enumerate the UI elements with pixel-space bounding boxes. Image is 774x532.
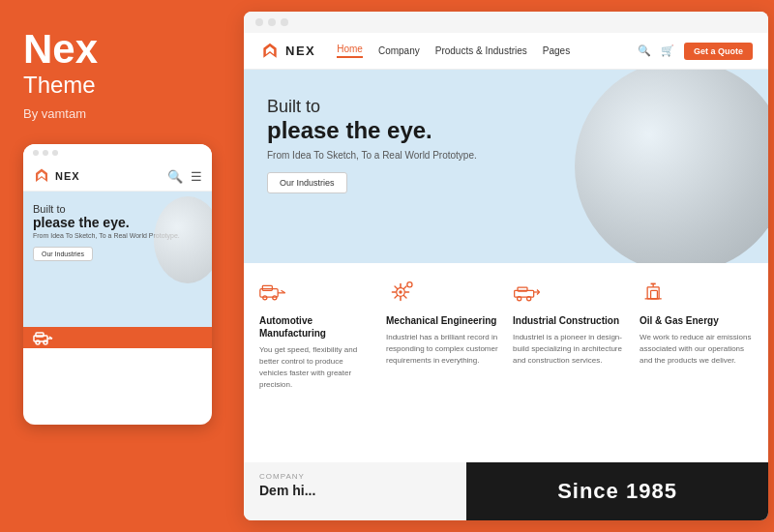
desktop-nav: NEX Home Company Products & Industries P… <box>244 33 768 70</box>
mobile-sphere-decoration <box>154 196 212 283</box>
mobile-top-bar <box>23 144 212 162</box>
svg-rect-11 <box>262 285 272 290</box>
cart-icon[interactable]: 🛒 <box>661 44 674 57</box>
industry-card-construction: Industrial Construction Industriel is a … <box>513 281 626 391</box>
desktop-bottom: COMPANY Dem hi... Since 1985 <box>244 462 768 520</box>
construction-title: Industrial Construction <box>513 314 626 327</box>
hero-sphere-decoration <box>575 70 768 263</box>
theme-title: Nex <box>23 29 209 70</box>
automotive-desc: You get speed, flexibility and better co… <box>259 344 372 391</box>
mobile-nav-icons: 🔍 ☰ <box>167 169 202 184</box>
automotive-title: Automotive Manufacturing <box>259 314 372 340</box>
svg-point-4 <box>36 340 40 344</box>
industries-section: Automotive Manufacturing You get speed, … <box>244 263 768 404</box>
mechanical-title: Mechanical Engineering <box>386 314 499 327</box>
mobile-logo: NEX <box>33 167 80 185</box>
svg-point-5 <box>44 340 47 344</box>
nav-item-pages[interactable]: Pages <box>543 45 570 56</box>
mobile-bottom-icon <box>33 330 54 345</box>
desktop-logo-text: NEX <box>285 44 315 58</box>
mechanical-icon <box>386 281 499 308</box>
mobile-hero: Built to please the eye. From Idea To Sk… <box>23 192 212 327</box>
industry-card-automotive: Automotive Manufacturing You get speed, … <box>259 281 372 391</box>
automotive-icon-mobile <box>33 330 54 345</box>
theme-author: By vamtam <box>23 106 209 121</box>
industry-card-mechanical: Mechanical Engineering Industriel has a … <box>386 281 499 391</box>
mobile-nav: NEX 🔍 ☰ <box>23 162 212 192</box>
oil-title: Oil & Gas Energy <box>640 314 753 327</box>
nav-item-home[interactable]: Home <box>337 44 363 58</box>
mechanical-desc: Industriel has a brilliant record in res… <box>386 332 499 367</box>
nav-item-company[interactable]: Company <box>378 45 420 56</box>
left-panel: Nex Theme By vamtam NEX 🔍 ☰ Built to p <box>0 0 232 532</box>
mobile-menu-icon[interactable]: ☰ <box>191 169 202 184</box>
svg-point-13 <box>273 296 277 300</box>
svg-point-18 <box>407 282 412 287</box>
company-label: COMPANY <box>259 472 451 481</box>
mobile-mockup: NEX 🔍 ☰ Built to please the eye. From Id… <box>23 144 212 425</box>
oil-icon <box>640 281 753 308</box>
get-quote-button[interactable]: Get a Quote <box>684 43 753 60</box>
mobile-bottom-strip <box>23 327 212 348</box>
svg-point-17 <box>399 290 402 293</box>
chrome-dot-2 <box>268 18 276 26</box>
construction-icon <box>513 281 626 308</box>
search-icon[interactable]: 🔍 <box>638 44 651 57</box>
theme-subtitle: Theme <box>23 72 209 99</box>
dot-3 <box>52 150 58 156</box>
mobile-hero-button[interactable]: Our Industries <box>33 247 93 261</box>
company-strip: COMPANY Dem hi... <box>244 462 466 520</box>
desktop-logo-icon <box>259 42 281 61</box>
nav-item-products[interactable]: Products & Industries <box>435 45 527 56</box>
desktop-mockup: NEX Home Company Products & Industries P… <box>244 12 768 520</box>
svg-point-12 <box>263 296 267 300</box>
chrome-dot-3 <box>281 18 288 26</box>
industry-card-oil: Oil & Gas Energy We work to reduce air e… <box>640 281 753 391</box>
dot-2 <box>43 150 48 156</box>
mobile-search-icon[interactable]: 🔍 <box>167 169 183 184</box>
chrome-dot-1 <box>255 18 263 26</box>
company-content: Dem hi... <box>259 483 451 498</box>
since-text: Since 1985 <box>557 479 677 504</box>
desktop-logo: NEX <box>259 42 315 61</box>
construction-desc: Industriel is a pioneer in design-build … <box>513 332 626 367</box>
hero-button[interactable]: Our Industries <box>267 172 347 193</box>
svg-rect-3 <box>36 333 44 337</box>
automotive-icon <box>259 281 372 308</box>
dot-1 <box>33 150 39 156</box>
oil-desc: We work to reduce air emissions associat… <box>640 332 753 367</box>
mobile-logo-text: NEX <box>55 170 80 182</box>
nav-right: 🔍 🛒 Get a Quote <box>638 43 753 60</box>
since-strip: Since 1985 <box>466 462 768 520</box>
desktop-top-bar <box>244 12 768 33</box>
mobile-logo-icon <box>33 167 50 185</box>
svg-rect-32 <box>651 290 658 299</box>
desktop-hero: Built to please the eye. From Idea To Sk… <box>244 70 768 263</box>
